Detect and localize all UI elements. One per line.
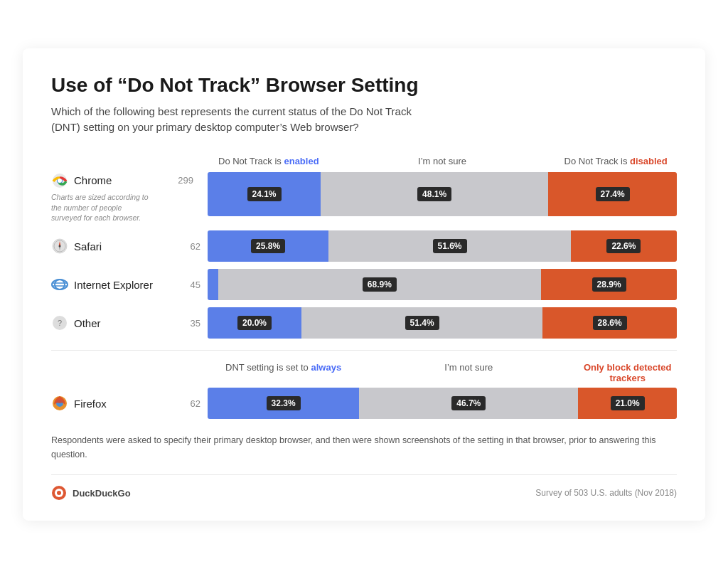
ff-unsure-label: 46.7% — [451, 396, 486, 410]
ddg-logo-icon — [51, 485, 67, 501]
section-divider — [51, 350, 677, 351]
safari-row: Safari 62 25.8% 51.6% 22.6% — [51, 230, 677, 262]
footer-note: Respondents were asked to specify their … — [51, 433, 677, 462]
ddg-brand: DuckDuckGo — [51, 485, 131, 501]
ie-row: Internet Explorer 45 68.9% 28.9% — [51, 269, 677, 300]
ff-blocked-seg: 21.0% — [578, 388, 677, 419]
footer-bar: DuckDuckGo Survey of 503 U.S. adults (No… — [51, 474, 677, 501]
col-headers-main: Do Not Track is enabled I’m not sure Do … — [208, 156, 677, 166]
firefox-bar: 32.3% 46.7% 21.0% — [208, 388, 677, 419]
firefox-col-headers: DNT setting is set to always I’m not sur… — [208, 362, 677, 383]
ie-count: 45 — [191, 280, 200, 290]
ff-enabled-label: 32.3% — [267, 396, 301, 410]
firefox-icon — [51, 395, 68, 412]
col-header-disabled: Do Not Track is disabled — [555, 156, 677, 166]
safari-label-area: Safari 62 — [51, 238, 208, 255]
col-header-enabled: Do Not Track is enabled — [208, 156, 330, 166]
chrome-label: Chrome — [74, 174, 112, 186]
safari-bar: 25.8% 51.6% 22.6% — [208, 230, 677, 262]
brand-name: DuckDuckGo — [73, 488, 131, 499]
safari-name: Safari — [74, 240, 102, 252]
other-unsure-seg: 51.4% — [301, 307, 542, 339]
firefox-label-area: Firefox 62 — [51, 395, 208, 412]
ff-unsure-seg: 46.7% — [359, 388, 578, 419]
other-disabled-label: 28.6% — [593, 316, 627, 330]
safari-count: 62 — [191, 241, 200, 252]
chrome-disabled-label: 27.4% — [596, 187, 630, 201]
ie-disabled-label: 28.9% — [592, 277, 626, 292]
safari-disabled-label: 22.6% — [606, 239, 641, 253]
ie-enabled-seg — [208, 269, 218, 300]
chrome-unsure-seg: 48.1% — [321, 172, 548, 216]
ie-icon — [51, 276, 68, 293]
safari-enabled-seg: 25.8% — [208, 230, 328, 262]
chrome-count: 299 — [178, 175, 193, 186]
chrome-bar: 24.1% 48.1% 27.4% — [208, 172, 677, 216]
other-count: 35 — [191, 318, 200, 329]
firefox-name: Firefox — [74, 398, 107, 410]
svg-text:?: ? — [58, 319, 62, 327]
safari-icon — [51, 238, 68, 255]
svg-point-7 — [59, 245, 61, 248]
chrome-icon — [51, 172, 68, 189]
ff-col-header-blocked: Only block detected trackers — [578, 362, 677, 383]
ff-col-header-unsure: I’m not sure — [359, 362, 578, 383]
safari-disabled-seg: 22.6% — [571, 230, 677, 262]
ie-bar: 68.9% 28.9% — [208, 269, 677, 300]
svg-point-8 — [55, 280, 65, 289]
safari-enabled-label: 25.8% — [251, 239, 285, 253]
chart-note: Charts are sized according to the number… — [51, 192, 151, 223]
col-header-unsure: I’m not sure — [330, 156, 555, 166]
safari-unsure-label: 51.6% — [433, 239, 467, 253]
main-title: Use of “Do Not Track” Browser Setting — [51, 74, 677, 97]
other-icon: ? — [51, 314, 68, 331]
other-label-area: ? Other 35 — [51, 314, 208, 331]
other-bar: 20.0% 51.4% 28.6% — [208, 307, 677, 339]
ff-enabled-seg: 32.3% — [208, 388, 359, 419]
ie-unsure-label: 68.9% — [363, 277, 397, 292]
ff-col-header-enabled: DNT setting is set to always — [208, 362, 359, 383]
svg-point-18 — [57, 491, 61, 495]
firefox-row: Firefox 62 32.3% 46.7% 21.0% — [51, 388, 677, 419]
other-unsure-label: 51.4% — [405, 316, 439, 330]
chrome-disabled-seg: 27.4% — [548, 172, 677, 216]
svg-point-2 — [58, 179, 62, 183]
chrome-enabled-seg: 24.1% — [208, 172, 321, 216]
ie-name: Internet Explorer — [74, 279, 153, 291]
chrome-enabled-label: 24.1% — [247, 187, 282, 201]
ie-label-area: Internet Explorer 45 — [51, 276, 208, 293]
other-row: ? Other 35 20.0% 51.4% 28.6% — [51, 307, 677, 339]
firefox-count: 62 — [191, 398, 200, 409]
ie-unsure-seg: 68.9% — [218, 269, 542, 300]
other-enabled-label: 20.0% — [237, 316, 272, 330]
other-disabled-seg: 28.6% — [542, 307, 677, 339]
ie-disabled-seg: 28.9% — [541, 269, 677, 300]
infographic-card: Use of “Do Not Track” Browser Setting Wh… — [23, 48, 705, 521]
other-enabled-seg: 20.0% — [208, 307, 301, 339]
chart-note-area: Chrome 299 Charts are sized according to… — [51, 172, 208, 223]
ff-blocked-label: 21.0% — [611, 396, 645, 410]
chart-area: Do Not Track is enabled I’m not sure Do … — [51, 156, 677, 419]
safari-unsure-seg: 51.6% — [328, 230, 571, 262]
subtitle: Which of the following best represents t… — [51, 104, 435, 136]
chrome-unsure-label: 48.1% — [417, 187, 451, 201]
survey-text: Survey of 503 U.S. adults (Nov 2018) — [535, 488, 677, 498]
other-name: Other — [74, 317, 101, 329]
